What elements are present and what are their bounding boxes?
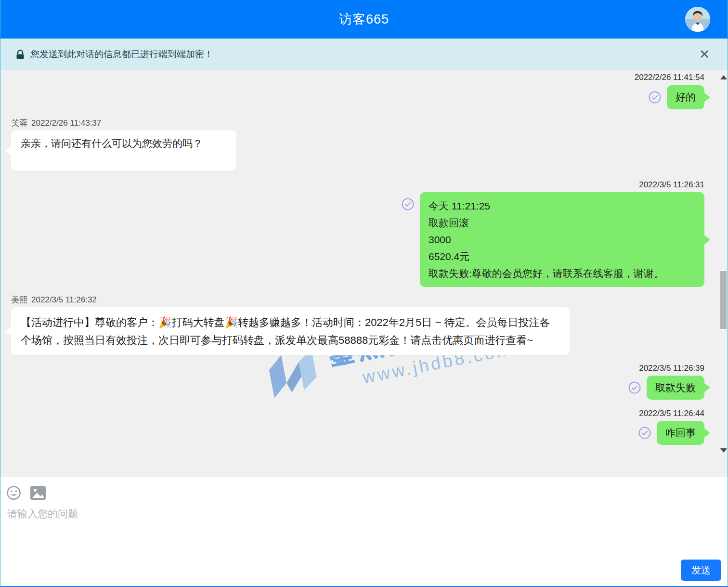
agent-avatar-image [685,7,710,32]
chat-bubble: 咋回事 [657,421,704,445]
chat-area: 鉴黑担保网 www.jhdb8.com 2022/2/26 11:41:54 好… [0,70,728,477]
sender-name-row: 美熙2022/3/5 11:26:32 [0,295,728,305]
sender-name: 芙蓉 [11,118,27,128]
check-circle-icon [628,381,641,394]
message-row: 取款失败 [0,376,728,400]
bubble-line: 取款回滚 [429,214,696,231]
send-button[interactable]: 发送 [681,560,721,581]
bubble-line: 6520.4元 [429,248,696,265]
message-timestamp: 2022/3/5 11:26:32 [31,295,97,304]
sender-name: 美熙 [11,295,27,304]
check-circle-icon [638,427,651,439]
page-title: 访客665 [339,11,389,28]
agent-avatar [685,7,710,32]
message-input[interactable] [7,507,672,553]
message-timestamp: 2022/3/5 11:26:39 [0,363,728,374]
message-row: 好的 [0,85,728,109]
bubble-line: 3000 [429,231,696,248]
chat-bubble: 今天 11:21:25 取款回滚 3000 6520.4元 取款失败:尊敬的会员… [420,192,704,287]
message-row: 亲亲，请问还有什么可以为您效劳的吗？ [0,130,728,171]
message-timestamp: 2022/2/26 11:41:54 [0,72,728,83]
scroll-down-arrow-icon[interactable] [720,448,727,453]
message-timestamp: 2022/2/26 11:43:37 [31,118,101,128]
sender-name-row: 芙蓉2022/2/26 11:43:37 [0,118,728,129]
close-icon[interactable]: ✕ [697,47,712,62]
encryption-banner: 您发送到此对话的信息都已进行端到端加密！ ✕ [0,39,728,70]
image-icon[interactable] [30,485,46,500]
scroll-thumb[interactable] [720,271,727,329]
lock-icon [15,49,25,60]
bubble-line: 今天 11:21:25 [429,197,696,214]
message-row: 咋回事 [0,421,728,445]
message-timestamp: 2022/3/5 11:26:44 [0,408,728,419]
composer: 发送 [0,477,728,586]
chat-bubble: 好的 [667,85,704,109]
bubble-line: 取款失败:尊敬的会员您好，请联系在线客服，谢谢。 [429,265,696,282]
message-row: 今天 11:21:25 取款回滚 3000 6520.4元 取款失败:尊敬的会员… [0,192,728,287]
scrollbar[interactable] [719,70,728,457]
emoji-icon[interactable] [6,485,21,500]
check-circle-icon [649,91,661,104]
message-row: 【活动进行中】尊敬的客户：🎉打码大转盘🎉转越多赚越多！活动时间：2022年2月5… [0,307,728,355]
message-timestamp: 2022/3/5 11:26:31 [0,180,728,190]
app-header: 访客665 [0,0,728,39]
check-circle-icon [402,198,414,210]
chat-bubble: 【活动进行中】尊敬的客户：🎉打码大转盘🎉转越多赚越多！活动时间：2022年2月5… [11,307,570,355]
encryption-text: 您发送到此对话的信息都已进行端到端加密！ [30,48,213,61]
chat-bubble: 亲亲，请问还有什么可以为您效劳的吗？ [11,130,236,171]
chat-bubble: 取款失败 [647,376,704,400]
scroll-up-arrow-icon[interactable] [720,75,727,79]
